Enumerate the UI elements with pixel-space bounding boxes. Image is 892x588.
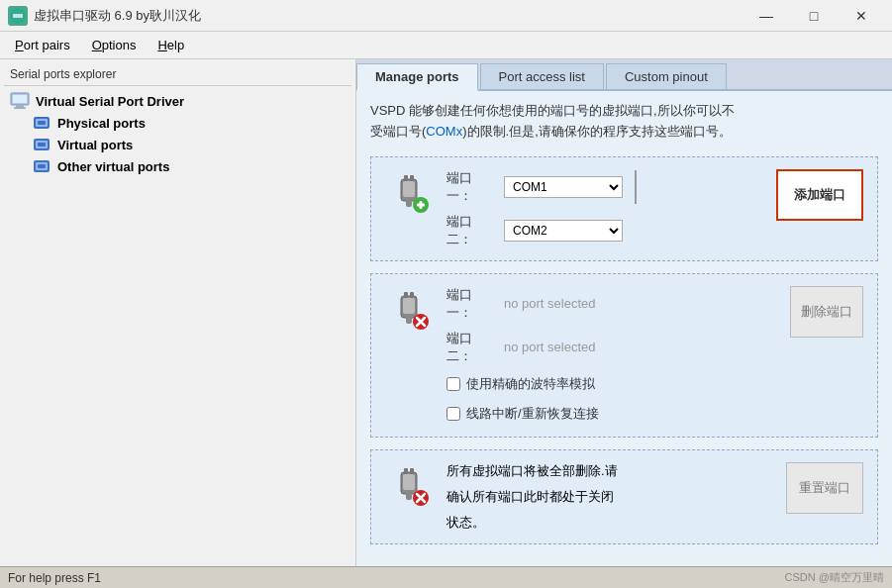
port1-row: 端口一： COM1 COM2 COM3 COM4 COM5 [446,169,762,205]
port2-label: 端口二： [446,213,494,248]
sidebar-item-other-label: Other virtual ports [57,159,169,174]
delete-port-button[interactable]: 删除端口 [790,286,863,338]
add-port-button[interactable]: 添加端口 [776,169,863,221]
del-port1-value: no port selected [504,296,596,311]
menu-help[interactable]: Help [147,33,195,57]
info-text: VSPD 能够创建任何你想使用的端口号的虚拟端口,所以你可以不 受端口号(COM… [370,101,878,143]
svg-rect-14 [38,164,46,168]
del-port2-value: no port selected [504,340,596,354]
window-controls: — □ ✕ [743,0,884,32]
del-port1-row: 端口一： no port selected [446,286,776,322]
port2-row: 端口二： COM1 COM2 COM3 COM4 COM5 [446,213,762,248]
computer-icon [10,93,30,109]
svg-rect-5 [14,107,26,109]
svg-rect-26 [410,292,414,298]
tab-manage-ports[interactable]: Manage ports [356,63,478,91]
sidebar: Serial ports explorer Virtual Serial Por… [0,59,356,566]
info-text-line2-before: 受端口号( [370,124,426,139]
info-text-line1: VSPD 能够创建任何你想使用的端口号的虚拟端口,所以你可以不 [370,103,735,118]
sidebar-item-root-label: Virtual Serial Port Driver [36,94,184,109]
svg-rect-35 [406,492,412,500]
port1-label: 端口一： [446,169,494,205]
svg-rect-16 [403,181,415,197]
reset-button[interactable]: 重置端口 [786,462,863,514]
sidebar-title: Serial ports explorer [4,63,351,86]
menu-port-pairs[interactable]: Port pairs [4,33,81,57]
reset-body: 所有虚拟端口将被全部删除.请 确认所有端口此时都处于关闭 状态。 [446,462,772,532]
sidebar-item-physical[interactable]: Physical ports [4,112,351,134]
svg-rect-34 [410,468,414,474]
menu-options[interactable]: Options [81,33,148,57]
reset-icon [385,462,433,510]
tab-bar: Manage ports Port access list Custom pin… [356,59,892,91]
delete-port-icon [385,286,433,334]
reset-desc-line2: 确认所有端口此时都处于关闭 [446,488,772,506]
checkbox-reconnect[interactable] [446,407,460,421]
svg-rect-27 [406,316,412,324]
add-port-section: 端口一： COM1 COM2 COM3 COM4 COM5 端口二： [370,156,878,261]
main-layout: Serial ports explorer Virtual Serial Por… [0,59,892,566]
checkbox-reconnect-label: 线路中断/重新恢复连接 [466,405,599,423]
physical-ports-icon [32,115,51,131]
svg-rect-25 [404,292,408,298]
sidebar-item-virtual-label: Virtual ports [57,138,133,152]
reset-desc-line1: 所有虚拟端口将被全部删除.请 [446,462,772,480]
port1-select[interactable]: COM1 COM2 COM3 COM4 COM5 [504,176,623,198]
port2-select[interactable]: COM1 COM2 COM3 COM4 COM5 [504,220,623,242]
svg-rect-19 [406,199,412,207]
statusbar: For help press F1 CSDN @晴空万里晴 [0,566,892,588]
virtual-ports-icon [32,137,51,152]
checkbox-baudrate[interactable] [446,377,460,391]
watermark: CSDN @晴空万里晴 [785,570,884,585]
del-port2-label: 端口二： [446,330,494,365]
sidebar-item-physical-label: Physical ports [57,116,146,131]
svg-rect-32 [403,474,415,490]
svg-rect-3 [13,95,27,103]
svg-rect-11 [38,143,46,147]
sidebar-item-root[interactable]: Virtual Serial Port Driver [4,90,351,112]
svg-rect-8 [38,121,46,125]
menubar: Port pairs Options Help [0,32,892,59]
sidebar-item-virtual[interactable]: Virtual ports [4,134,351,155]
add-port-body: 端口一： COM1 COM2 COM3 COM4 COM5 端口二： [446,169,762,248]
svg-rect-1 [13,14,23,18]
tab-port-access[interactable]: Port access list [480,63,604,89]
reset-section: 所有虚拟端口将被全部删除.请 确认所有端口此时都处于关闭 状态。 重置端口 [370,449,878,544]
svg-rect-33 [404,468,408,474]
tab-custom-pinout[interactable]: Custom pinout [606,63,727,89]
svg-rect-17 [404,175,408,181]
info-comx-highlight: COMx [426,124,462,139]
other-ports-icon [32,158,51,174]
add-port-icon [385,169,433,217]
svg-rect-4 [16,105,24,107]
tab-content-manage-ports: VSPD 能够创建任何你想使用的端口号的虚拟端口,所以你可以不 受端口号(COM… [356,91,892,566]
info-text-line2-after: )的限制.但是,请确保你的程序支持这些端口号。 [462,124,732,139]
app-icon [8,6,28,26]
port-divider [635,170,644,204]
svg-rect-22 [420,201,423,209]
svg-rect-24 [403,298,415,314]
delete-port-section: 端口一： no port selected 端口二： no port selec… [370,273,878,438]
titlebar: 虚拟串口驱动 6.9 by耿川汉化 — □ ✕ [0,0,892,32]
delete-port-body: 端口一： no port selected 端口二： no port selec… [446,286,776,425]
svg-rect-18 [410,175,414,181]
del-port2-row: 端口二： no port selected [446,330,776,365]
maximize-button[interactable]: □ [791,0,837,32]
close-button[interactable]: ✕ [839,0,884,32]
del-port1-label: 端口一： [446,286,494,322]
sidebar-item-other[interactable]: Other virtual ports [4,155,351,177]
right-panel: Manage ports Port access list Custom pin… [356,59,892,566]
checkbox-baudrate-label: 使用精确的波特率模拟 [466,375,595,393]
checkbox-baudrate-row: 使用精确的波特率模拟 [446,373,776,395]
checkbox-reconnect-row: 线路中断/重新恢复连接 [446,403,776,425]
minimize-button[interactable]: — [743,0,789,32]
app-title: 虚拟串口驱动 6.9 by耿川汉化 [34,7,743,25]
statusbar-help-text: For help press F1 [8,571,101,585]
reset-desc-line3: 状态。 [446,514,772,532]
